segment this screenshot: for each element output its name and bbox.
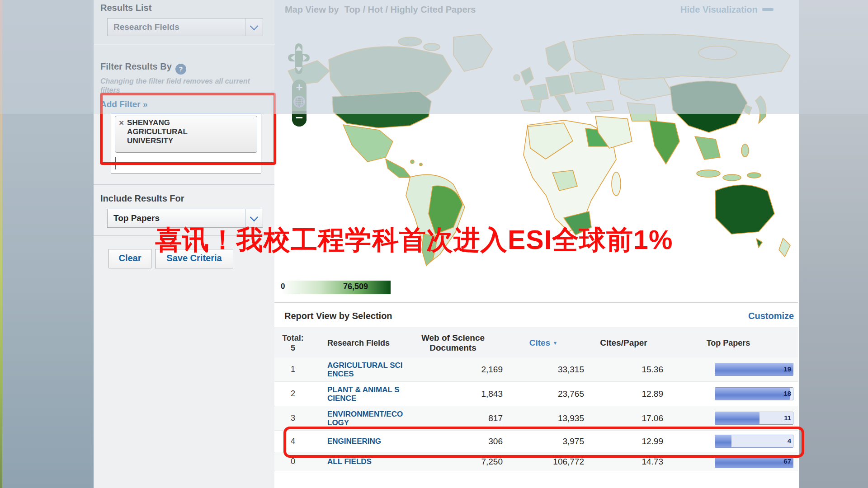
include-results-value: Top Papers xyxy=(108,213,245,223)
customize-link[interactable]: Customize xyxy=(748,311,794,321)
desktop-strip-right xyxy=(799,0,868,488)
legend-gradient xyxy=(281,281,391,294)
results-list-dropdown[interactable]: Research Fields xyxy=(107,18,263,36)
help-icon[interactable]: ? xyxy=(175,64,186,75)
cites-value: 106,772 xyxy=(503,457,584,467)
top-papers-value: 19 xyxy=(783,365,791,373)
map-zoom-control: + − xyxy=(292,80,307,127)
wos-documents-value: 817 xyxy=(403,413,503,423)
legend-max-value: 76,509 xyxy=(343,282,368,291)
map-view-selector[interactable]: Top / Hot / Highly Cited Papers xyxy=(344,5,476,14)
row-rank: 2 xyxy=(274,389,311,399)
col-wos-documents: Web of Science Documents xyxy=(403,333,503,353)
filter-note: Changing the filter field removes all cu… xyxy=(100,77,259,95)
cites-value: 23,765 xyxy=(503,389,584,399)
row-rank: 3 xyxy=(274,413,311,423)
desktop-strip-left xyxy=(0,0,94,488)
report-section: Report View by Selection Customize Total… xyxy=(274,302,798,488)
total-header: Total: 5 xyxy=(274,333,311,353)
separator xyxy=(94,184,274,185)
announcement-banner: 喜讯！我校工程学科首次进入ESI全球前1% xyxy=(155,222,752,258)
dropdown-button[interactable] xyxy=(245,19,263,36)
table-row: 2PLANT & ANIMAL SCIENCE1,84323,76512.891… xyxy=(274,382,798,406)
col-top-papers: Top Papers xyxy=(663,338,798,348)
cites-per-paper-value: 14.73 xyxy=(584,457,663,467)
clear-button[interactable]: Clear xyxy=(108,249,151,268)
legend-min-value: 0 xyxy=(281,282,285,291)
wos-documents-value: 2,169 xyxy=(403,365,503,375)
top-papers-value: 11 xyxy=(784,414,791,422)
minus-icon xyxy=(762,8,774,11)
map-view-title: Map View byTop / Hot / Highly Cited Pape… xyxy=(285,5,476,15)
annotation-box-filter xyxy=(100,93,276,165)
map-color-legend: 0 76,509 xyxy=(280,279,397,295)
table-row: 1AGRICULTURAL SCIENCES2,16933,31515.3619 xyxy=(274,357,798,382)
sort-desc-icon: ▼ xyxy=(552,340,557,346)
col-cites-sort[interactable]: Cites ▼ xyxy=(503,338,584,348)
top-papers-value: 67 xyxy=(783,457,791,465)
report-title: Report View by Selection xyxy=(284,311,392,321)
research-field-link[interactable]: ENVIRONMENT/ECOLOGY xyxy=(327,410,403,427)
wos-documents-value: 7,250 xyxy=(403,457,503,467)
wos-documents-value: 1,843 xyxy=(403,389,503,399)
globe-icon[interactable] xyxy=(293,95,306,108)
top-papers-bar: 19 xyxy=(715,363,793,376)
col-research-fields: Research Fields xyxy=(327,338,403,348)
wallpaper-edge xyxy=(0,0,2,488)
map-pan-control[interactable] xyxy=(288,43,310,74)
results-list-value: Research Fields xyxy=(108,22,245,32)
row-rank: 0 xyxy=(274,457,311,466)
col-cites-per-paper: Cites/Paper xyxy=(584,338,663,348)
chevron-down-icon xyxy=(250,22,259,31)
include-results-heading: Include Results For xyxy=(100,193,184,204)
table-header-row: Total: 5 Research Fields Web of Science … xyxy=(274,328,798,358)
zoom-in-button[interactable]: + xyxy=(296,82,302,92)
zoom-out-button[interactable]: − xyxy=(292,111,307,127)
chevron-down-icon xyxy=(250,213,259,222)
top-papers-bar: 11 xyxy=(715,412,793,425)
annotation-box-engineering-row xyxy=(283,427,804,458)
cites-per-paper-value: 15.36 xyxy=(584,365,663,375)
results-list-heading: Results List xyxy=(100,3,151,13)
row-rank: 1 xyxy=(274,365,311,374)
top-papers-bar: 18 xyxy=(715,387,793,400)
cites-per-paper-value: 12.89 xyxy=(584,389,663,399)
cites-value: 33,315 xyxy=(503,365,584,375)
research-field-link[interactable]: ALL FIELDS xyxy=(327,457,372,466)
top-papers-value: 18 xyxy=(783,389,791,397)
research-field-link[interactable]: PLANT & ANIMAL SCIENCE xyxy=(327,385,403,403)
total-count: 5 xyxy=(274,343,311,353)
cites-value: 13,935 xyxy=(503,413,584,423)
cites-per-paper-value: 17.06 xyxy=(584,413,663,423)
research-field-link[interactable]: AGRICULTURAL SCIENCES xyxy=(327,361,403,378)
separator xyxy=(94,44,274,44)
hide-visualization-link[interactable]: Hide Visualization xyxy=(680,5,774,15)
filter-results-heading: Filter Results By? xyxy=(100,61,186,75)
